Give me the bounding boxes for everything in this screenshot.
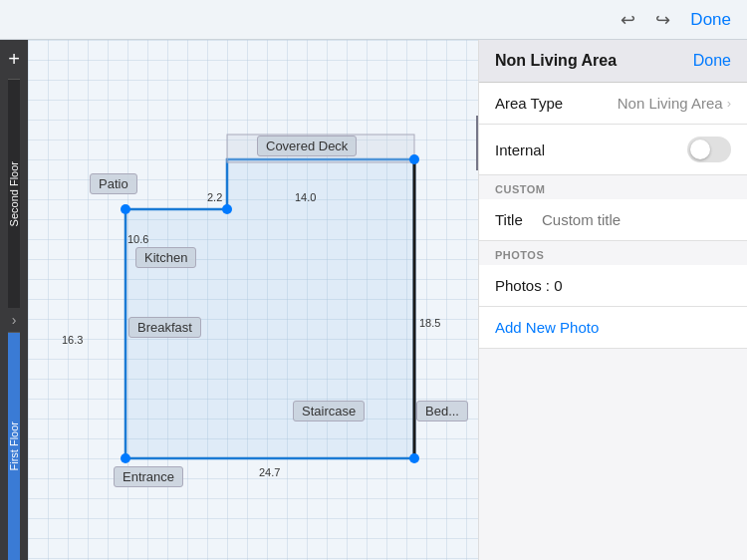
patio-label: Patio: [90, 173, 137, 194]
add-new-photo-button[interactable]: Add New Photo: [479, 307, 747, 349]
first-floor-label: First Floor: [8, 414, 20, 479]
breakfast-label: Breakfast: [128, 317, 201, 338]
area-type-chevron: ›: [727, 96, 731, 111]
internal-label: Internal: [495, 141, 545, 158]
panel-header: Non Living Area Done: [479, 40, 747, 83]
dim-247: 24.7: [259, 466, 280, 478]
internal-toggle[interactable]: [687, 137, 731, 162]
toolbar: ↩ ↪ Done: [0, 0, 747, 40]
dim-22: 2.2: [207, 191, 222, 203]
entrance-label: Entrance: [114, 466, 183, 487]
area-type-row[interactable]: Area Type Non Living Area ›: [479, 83, 747, 125]
toolbar-done-button[interactable]: Done: [690, 10, 731, 30]
left-sidebar: + Second Floor › First Floor: [0, 40, 28, 560]
dim-163: 16.3: [62, 334, 83, 346]
bedroom-label: Bed...: [416, 401, 468, 421]
staircase-label: Staircase: [293, 401, 365, 421]
title-input[interactable]: [542, 211, 731, 228]
custom-section-header: CUSTOM: [479, 175, 747, 199]
dim-140: 14.0: [295, 191, 316, 203]
dim-185: 18.5: [419, 317, 440, 329]
area-type-label: Area Type: [495, 95, 563, 112]
internal-row: Internal: [479, 125, 747, 175]
kitchen-label: Kitchen: [135, 247, 196, 268]
toggle-knob: [690, 140, 710, 159]
title-field-label: Title: [495, 211, 530, 228]
vertex-2[interactable]: [121, 453, 130, 463]
title-row: Title: [479, 199, 747, 241]
vertex-5[interactable]: [409, 154, 419, 164]
property-panel: Non Living Area Done Area Type Non Livin…: [478, 40, 747, 560]
svg-marker-0: [125, 159, 414, 458]
undo-icon[interactable]: ↩: [621, 9, 635, 31]
first-floor-section[interactable]: First Floor: [8, 332, 20, 561]
panel-title: Non Living Area: [495, 52, 617, 70]
second-floor-label: Second Floor: [8, 153, 20, 234]
area-type-value: Non Living Area ›: [618, 95, 731, 112]
photos-section-header: PHOTOS: [479, 241, 747, 265]
svg-rect-2: [227, 135, 414, 162]
panel-done-button[interactable]: Done: [693, 52, 731, 70]
dim-106: 10.6: [127, 233, 148, 245]
photos-count: Photos : 0: [479, 265, 747, 307]
vertex-4[interactable]: [222, 204, 232, 214]
floor-chevron[interactable]: ›: [8, 308, 21, 332]
vertex-1[interactable]: [121, 204, 130, 214]
add-floor-button[interactable]: +: [0, 40, 28, 79]
covered-deck-label: Covered Deck: [257, 136, 357, 156]
second-floor-section[interactable]: Second Floor: [8, 79, 20, 308]
redo-icon[interactable]: ↪: [655, 9, 670, 31]
vertex-3[interactable]: [409, 453, 419, 463]
